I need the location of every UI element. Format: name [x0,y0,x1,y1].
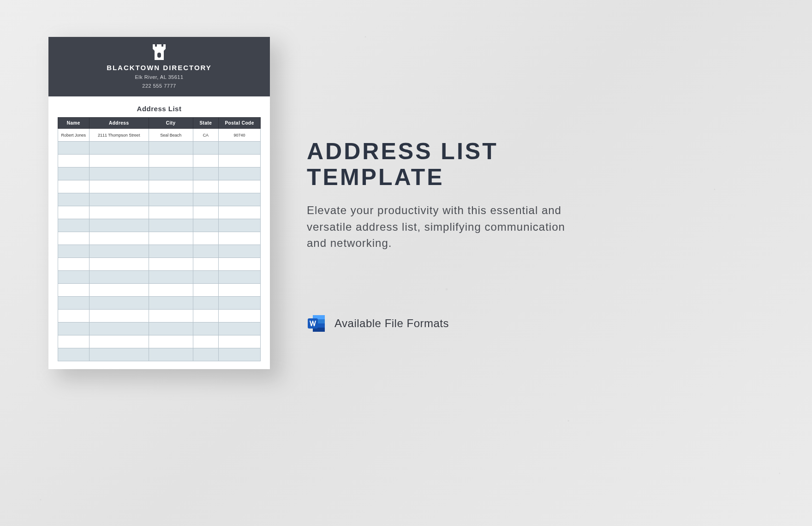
table-cell: 2111 Thompson Street [89,129,149,142]
table-cell [219,335,261,348]
table-row [58,142,261,155]
table-cell [89,180,149,193]
table-cell [58,297,90,310]
table-cell [193,271,219,284]
table-cell [58,232,90,245]
table-cell: 90740 [219,129,261,142]
table-cell [89,155,149,167]
table-row [58,323,261,335]
table-row [58,297,261,310]
promo-description: Elevate your productivity with this esse… [307,202,584,251]
table-cell [58,142,90,155]
table-row [58,258,261,271]
castle-icon [150,44,168,60]
table-cell [149,232,193,245]
table-cell [219,219,261,232]
promo-panel: ADDRESS LIST TEMPLATE Elevate your produ… [307,138,639,251]
table-cell [149,258,193,271]
table-cell [219,310,261,323]
table-cell: Robert Jones [58,129,90,142]
table-cell [89,310,149,323]
table-cell [58,206,90,219]
table-cell [149,193,193,206]
table-cell [58,155,90,167]
table-cell [193,297,219,310]
table-cell [193,180,219,193]
table-cell [219,206,261,219]
promo-title-line1: ADDRESS LIST [307,138,498,164]
table-cell [89,258,149,271]
table-cell [193,232,219,245]
col-name: Name [58,118,90,129]
document-header: BLACKTOWN DIRECTORY Elk River, AL 35611 … [48,37,270,96]
table-cell [58,258,90,271]
svg-rect-0 [157,53,161,58]
table-cell [89,297,149,310]
table-cell [149,155,193,167]
table-cell [193,258,219,271]
table-cell [193,335,219,348]
table-cell [89,335,149,348]
col-postal: Postal Code [219,118,261,129]
table-cell [58,335,90,348]
table-row [58,245,261,258]
table-cell [58,219,90,232]
table-cell [58,271,90,284]
table-cell [219,348,261,361]
table-row [58,155,261,167]
table-cell [149,142,193,155]
table-cell: Seal Beach [149,129,193,142]
table-cell [89,245,149,258]
table-cell [219,284,261,297]
table-cell [89,271,149,284]
table-row [58,232,261,245]
table-row [58,167,261,180]
table-cell [89,193,149,206]
table-cell [219,232,261,245]
table-cell [219,323,261,335]
table-cell [149,206,193,219]
table-cell [58,180,90,193]
table-cell [219,258,261,271]
formats-label: Available File Formats [334,317,449,330]
promo-title-line2: TEMPLATE [307,164,444,190]
svg-rect-6 [308,318,318,329]
table-cell [89,206,149,219]
template-document: BLACKTOWN DIRECTORY Elk River, AL 35611 … [48,37,270,369]
table-row: Robert Jones2111 Thompson StreetSeal Bea… [58,129,261,142]
table-row [58,193,261,206]
col-city: City [149,118,193,129]
table-row [58,348,261,361]
table-cell [219,180,261,193]
promo-title: ADDRESS LIST TEMPLATE [307,138,639,190]
table-row [58,310,261,323]
table-cell [149,284,193,297]
table-row [58,271,261,284]
table-cell [149,219,193,232]
table-cell [149,297,193,310]
table-cell [219,245,261,258]
table-cell [149,180,193,193]
table-cell [58,245,90,258]
table-cell [193,245,219,258]
table-cell [193,142,219,155]
table-cell [89,323,149,335]
table-cell [58,323,90,335]
table-cell [193,284,219,297]
table-row [58,219,261,232]
table-cell [193,348,219,361]
table-row [58,180,261,193]
org-name: BLACKTOWN DIRECTORY [107,64,212,72]
org-phone: 222 555 7777 [142,83,176,89]
table-cell [193,310,219,323]
table-cell [193,206,219,219]
table-cell [89,219,149,232]
table-cell [58,284,90,297]
table-cell [58,167,90,180]
table-row [58,206,261,219]
table-cell [193,167,219,180]
table-cell [149,271,193,284]
org-address: Elk River, AL 35611 [135,74,183,80]
table-cell: CA [193,129,219,142]
table-cell [219,167,261,180]
